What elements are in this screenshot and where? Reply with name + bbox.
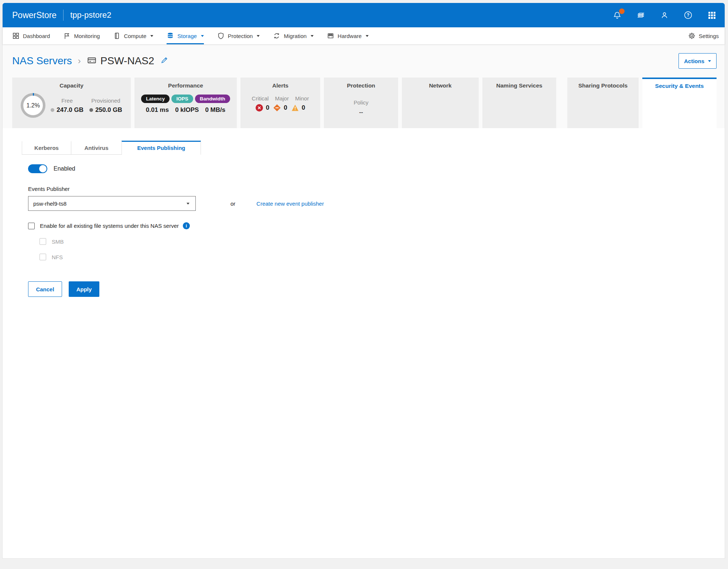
product-logo: PowerStore [12,10,57,20]
user-icon[interactable] [660,10,669,20]
storage-database-icon [167,32,174,40]
actions-button[interactable]: Actions [679,53,717,69]
nfs-checkbox[interactable] [40,254,46,260]
svg-text:?: ? [687,13,689,18]
summary-card-row: Capacity 1.2% Free 247.0 GB Provisioned … [3,78,725,128]
capacity-percent: 1.2% [23,96,43,115]
performance-card[interactable]: Performance Latency IOPS Bandwidth 0.01 … [134,78,237,128]
nav-item-hardware[interactable]: Hardware [327,27,369,44]
apply-button[interactable]: Apply [69,281,99,297]
nav-item-protection[interactable]: Protection [217,27,260,44]
capacity-provisioned-value: 250.0 GB [95,106,122,114]
major-count: 0 [284,104,287,112]
app-launcher-grid-icon[interactable] [707,10,717,20]
actions-button-label: Actions [684,58,704,64]
tab-kerberos[interactable]: Kerberos [22,141,71,155]
critical-label: Critical [252,95,269,102]
tab-events-publishing[interactable]: Events Publishing [122,141,201,155]
network-card-title: Network [402,82,479,89]
nav-item-migration[interactable]: Migration [273,27,314,44]
nav-item-storage[interactable]: Storage [167,27,204,44]
nav-label: Storage [177,33,197,39]
protection-shield-icon [217,32,225,40]
tab-antivirus[interactable]: Antivirus [71,141,122,155]
toggle-knob [39,165,47,172]
security-events-tab-card[interactable]: Security & Events [642,78,717,128]
events-publisher-select[interactable]: psw-rhel9-ts8 [28,196,196,211]
dashboard-icon [12,32,20,40]
chevron-down-icon [257,35,260,37]
smb-checkbox[interactable] [40,238,46,245]
iops-value: 0 kIOPS [175,106,199,114]
nav-item-compute[interactable]: Compute [113,27,153,44]
alerts-card[interactable]: Alerts Critical Major Minor 0 [240,78,320,128]
minor-count: 0 [302,104,305,112]
info-icon[interactable]: i [183,222,190,229]
capacity-card[interactable]: Capacity 1.2% Free 247.0 GB Provisioned … [12,78,131,128]
protection-card[interactable]: Protection Policy -- [324,78,398,128]
latency-pill: Latency [141,95,170,103]
sharing-protocols-card[interactable]: Sharing Protocols [567,78,639,128]
critical-count: 0 [266,104,269,112]
capacity-free-value: 247.0 GB [57,106,83,114]
compute-icon [113,32,120,40]
nav-label: Migration [284,33,307,39]
cancel-button[interactable]: Cancel [28,281,62,297]
chevron-down-icon [187,203,189,205]
chevron-down-icon [201,35,204,37]
header-divider [63,10,64,21]
nav-item-settings[interactable]: Settings [688,27,719,44]
migration-icon [273,32,280,40]
enabled-toggle-label: Enabled [54,165,75,172]
breadcrumb-nas-servers-link[interactable]: NAS Servers [12,55,72,67]
capacity-card-title: Capacity [12,82,131,89]
or-text: or [230,200,235,207]
main-nav-bar: Dashboard Monitoring Compute [3,27,725,44]
capacity-provisioned-label: Provisioned [89,97,122,104]
monitoring-flag-icon [63,32,71,40]
nav-label: Dashboard [23,33,50,39]
capacity-free-label: Free [51,97,83,104]
content-area: NAS Servers › PSW-NAS2 Actions [3,44,725,558]
network-card[interactable]: Network [402,78,479,128]
jobs-icon[interactable] [636,10,646,20]
nav-label: Monitoring [74,33,100,39]
cluster-name: tpp-pstore2 [70,10,111,20]
page-title: PSW-NAS2 [100,55,154,67]
edit-pencil-icon[interactable] [160,56,168,66]
events-publisher-selected-value: psw-rhel9-ts8 [33,200,66,207]
enable-all-filesystems-checkbox[interactable] [28,223,35,229]
breadcrumb: NAS Servers › PSW-NAS2 Actions [3,44,725,78]
events-publishing-form: Enabled Events Publisher psw-rhel9-ts8 o… [28,164,716,297]
enabled-toggle[interactable] [28,164,47,173]
policy-value: -- [324,109,398,116]
notification-badge [619,8,625,14]
capacity-donut-chart: 1.2% [21,93,45,118]
hardware-rack-icon [327,32,334,40]
sharing-protocols-card-title: Sharing Protocols [567,82,639,89]
alerts-card-title: Alerts [240,82,320,89]
chevron-down-icon [150,35,153,37]
nfs-label: NFS [52,254,63,260]
create-new-event-publisher-link[interactable]: Create new event publisher [256,200,324,207]
critical-alert-icon [256,104,263,112]
smb-label: SMB [52,239,64,245]
iops-pill: IOPS [171,95,193,103]
nav-item-dashboard[interactable]: Dashboard [12,27,50,44]
policy-label: Policy [324,99,398,106]
nav-item-monitoring[interactable]: Monitoring [63,27,100,44]
events-publisher-label: Events Publisher [28,186,716,192]
notifications-bell-icon[interactable] [612,10,622,20]
nav-label: Compute [124,33,146,39]
nav-label: Protection [228,33,253,39]
security-events-card-title: Security & Events [642,83,717,89]
help-icon[interactable]: ? [683,10,693,20]
chevron-down-icon [311,35,314,37]
bandwidth-value: 0 MB/s [205,106,225,114]
sub-tab-bar: Kerberos Antivirus Events Publishing [22,141,201,155]
free-legend-dot [51,108,54,112]
chevron-down-icon [366,35,369,37]
naming-services-card[interactable]: Naming Services [482,78,556,128]
protection-card-title: Protection [324,82,398,89]
major-alert-icon [273,104,281,112]
